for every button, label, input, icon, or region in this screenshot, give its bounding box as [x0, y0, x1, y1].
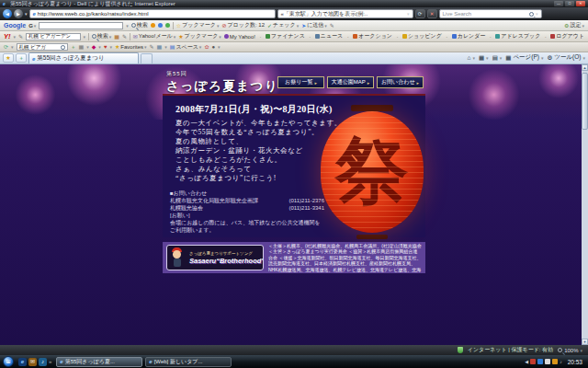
support-song-logo[interactable]: さっぽろ夏まつりサポートソング Sasaeru“Brotherhood”: [166, 245, 264, 270]
google-spellcheck-button[interactable]: ✓チェック▾: [267, 21, 299, 29]
yahoo-search-button[interactable]: 検索▾: [92, 32, 112, 40]
add-favorite-button[interactable]: ＋: [16, 53, 27, 63]
record-dropdown-icon[interactable]: ▾: [218, 44, 220, 50]
google-send-button[interactable]: ➤に送信▾: [301, 21, 327, 29]
panel-icon[interactable]: ▦: [157, 44, 163, 50]
google-g-button[interactable]: G▾: [28, 23, 36, 29]
search-icon[interactable]: [529, 12, 534, 17]
tray-security-icon[interactable]: [552, 359, 558, 364]
scrollbar-thumb[interactable]: [582, 73, 588, 130]
forward-button[interactable]: ▶: [14, 9, 23, 18]
yahoo-bookmarks-button[interactable]: ★ブックマーク▾: [178, 32, 221, 40]
extension-dropdown-icon[interactable]: ▾: [11, 44, 14, 50]
panel-dropdown-icon[interactable]: ▾: [164, 44, 167, 50]
address-input[interactable]: e http://www.sweb.co.jp/kanko/natsu/inde…: [29, 9, 276, 18]
tray-app-icon-blue[interactable]: [537, 359, 543, 364]
address-bar-row: ◀ ▶ ▾ e http://www.sweb.co.jp/kanko/nats…: [0, 7, 588, 20]
flower-icon[interactable]: ✿: [204, 44, 209, 50]
history-dropdown-icon[interactable]: ▾: [25, 11, 28, 17]
nav-odori-map-button[interactable]: 大通公園MAP▸: [327, 76, 374, 88]
add-icon[interactable]: ＋: [71, 44, 76, 50]
heart-dropdown-icon[interactable]: ▾: [109, 44, 112, 50]
google-search-button[interactable]: 検索: [131, 21, 148, 29]
google-popup-blocker-button[interactable]: ⊘ブロック数: 12: [221, 21, 265, 29]
vertical-scrollbar[interactable]: ▲ ▼: [582, 64, 588, 345]
ie-quick-launch-icon[interactable]: e: [18, 358, 27, 366]
new-tab-button[interactable]: [141, 53, 153, 63]
yahoo-link-calendar[interactable]: カレンダー: [452, 32, 486, 40]
nav-festival-list-button[interactable]: お祭り一覧▸: [277, 76, 324, 88]
zoom-control[interactable]: 100% ▾: [558, 348, 582, 353]
autofill-pen-icon[interactable]: ✎: [330, 23, 334, 29]
yahoo-link-auction[interactable]: オークション: [353, 32, 392, 40]
yahoo-grid-icon[interactable]: ▦: [114, 34, 119, 40]
google-pagerank-icon[interactable]: [158, 23, 163, 28]
home-button[interactable]: ⌂▾: [468, 54, 475, 61]
tray-app-icon-red[interactable]: [530, 359, 536, 364]
yahoo-edit-icon[interactable]: ✎: [122, 34, 127, 40]
yahoo-mail-button[interactable]: ✉Yahoo!メール▾: [133, 32, 175, 40]
yahoo-link-logout[interactable]: ログアウト: [550, 32, 584, 40]
refresh-small-icon[interactable]: ⟳: [4, 44, 8, 50]
nav-contact-button[interactable]: お問い合わせ▸: [377, 76, 424, 88]
start-button[interactable]: ⊞: [3, 356, 14, 367]
back-button[interactable]: ◀: [3, 9, 12, 18]
yahoo-link-news[interactable]: ニュース: [315, 32, 343, 40]
yahoo-mail-dropdown-icon: ▾: [174, 34, 176, 40]
favorites-button[interactable]: ★Favorites▾: [115, 44, 147, 50]
google-search-dropdown-icon[interactable]: ▾: [126, 23, 129, 29]
map-search-combo[interactable]: «「東京駅」入力で地図を表示(例:.. ▾: [277, 9, 413, 18]
search-dropdown-icon[interactable]: ▾: [536, 11, 538, 17]
print-button[interactable]: ▤▾: [492, 54, 503, 62]
extension-search-input[interactable]: 札幌 ビアガ: [17, 43, 68, 51]
grid-dropdown-icon[interactable]: ▾: [86, 44, 89, 50]
yahoo-link-shopping[interactable]: ショッピング: [402, 32, 442, 40]
favorites-center-button[interactable]: ★: [3, 53, 14, 63]
stop-button[interactable]: ✕: [427, 9, 437, 18]
diamond-icon[interactable]: ◆: [92, 44, 96, 50]
close-button[interactable]: ✕: [576, 1, 585, 6]
diamond-dropdown-icon[interactable]: ▾: [98, 44, 101, 50]
google-settings-button[interactable]: ⚙設定▾: [564, 21, 584, 29]
google-search-input[interactable]: [39, 22, 123, 29]
maximize-button[interactable]: □: [565, 1, 574, 6]
scroll-down-icon[interactable]: ▼: [582, 339, 588, 345]
taskbar-window-natsumatsuri[interactable]: e 第55回さっぽろ夏...: [56, 357, 142, 367]
page-menu-button[interactable]: ▦ページ(P)▾: [505, 53, 543, 62]
yahoo-logo-dropdown-icon[interactable]: ▾: [14, 34, 17, 40]
yahoo-query-dropdown-icon[interactable]: ▾: [84, 34, 86, 40]
live-search-input[interactable]: Live Search ▾: [439, 9, 542, 18]
app-quick-launch-icon-1[interactable]: ✉: [28, 358, 37, 366]
heart-icon[interactable]: ♥: [104, 44, 107, 50]
grid-icon[interactable]: ▦: [79, 44, 85, 50]
tools-menu-label: ツール(O): [554, 53, 581, 62]
my-yahoo-button[interactable]: My Yahoo!: [224, 34, 255, 40]
yahoo-search-input[interactable]: 札幌 ビアガーデン: [26, 33, 81, 40]
volume-icon[interactable]: ♪: [560, 359, 562, 364]
google-bookmarks-button[interactable]: ☆ブックマーク▾: [176, 21, 220, 29]
taskbar-window-newtab[interactable]: e [Web] 新しいタブ...: [145, 357, 232, 367]
space-button[interactable]: ▤スペース▾: [170, 43, 202, 52]
yahoo-link-finance[interactable]: ファイナンス: [266, 32, 305, 40]
tray-ime-icon[interactable]: [545, 359, 550, 364]
tools-menu-button[interactable]: ⚙ツール(O)▾: [547, 53, 585, 62]
feeds-button[interactable]: ▦▾: [479, 54, 489, 62]
map-combo-dropdown-icon[interactable]: ▾: [407, 11, 410, 17]
yahoo-logo[interactable]: Y!: [4, 32, 11, 40]
favorites-dropdown-icon: ▾: [144, 44, 147, 50]
record-icon[interactable]: ●: [211, 44, 215, 50]
google-news-icon[interactable]: [151, 23, 155, 28]
scroll-up-icon[interactable]: ▲: [582, 64, 588, 71]
yahoo-pen-icon[interactable]: ✎: [18, 34, 23, 40]
tab-sapporo-natsumatsuri[interactable]: e 第55回さっぽろ夏まつり: [28, 52, 139, 63]
minimize-button[interactable]: —: [554, 1, 563, 6]
taskbar-clock[interactable]: 20:53: [564, 359, 585, 365]
yahoo-link-addressbook[interactable]: アドレスブック: [495, 32, 540, 40]
app-quick-launch-icon-2[interactable]: ♪: [39, 358, 47, 366]
quick-launch-expand-icon[interactable]: »: [49, 359, 51, 364]
google-status-icon[interactable]: [165, 23, 170, 28]
pen-small-icon[interactable]: ✎: [150, 44, 154, 50]
feeds-dropdown-icon: ▾: [486, 55, 489, 61]
refresh-button[interactable]: ⟳: [415, 9, 425, 18]
tray-expand-icon[interactable]: ◀: [525, 359, 528, 364]
